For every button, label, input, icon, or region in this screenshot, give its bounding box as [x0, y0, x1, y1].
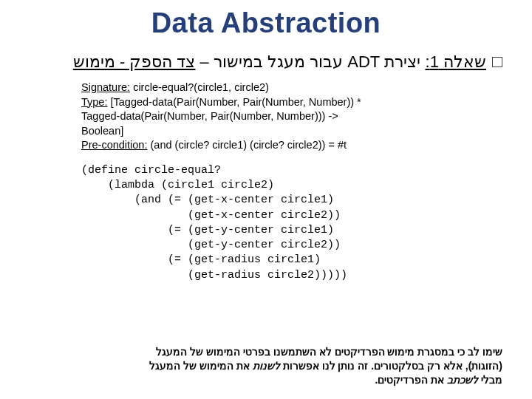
question-suffix: צד הספק - מימוש: [73, 52, 196, 71]
question-mid1: יצירת: [380, 52, 425, 71]
pre-line: Pre-condition: (and (circle? circle1) (c…: [81, 138, 502, 153]
type-line1: Type: [Tagged-data(Pair(Number, Pair(Num…: [81, 95, 502, 110]
pre-label: Pre-condition:: [81, 139, 147, 151]
type-line3: Boolean]: [81, 124, 502, 139]
question-text: שאלה 1: יצירת ADT עבור מעגל במישור – צד …: [73, 52, 486, 72]
signature-line: Signature: circle-equal?(circle1, circle…: [81, 81, 502, 95]
type-label: Type:: [81, 96, 107, 108]
question-adt: ADT: [347, 52, 380, 71]
footnote-line2: (הזוגות), אלא רק בסלקטורים. זה נותן לנו …: [30, 359, 502, 373]
type-text: [Tagged-data(Pair(Number, Pair(Number, N…: [107, 96, 361, 108]
sig-text: circle-equal?(circle1, circle2): [130, 81, 269, 93]
page-title: Data Abstraction: [30, 7, 502, 39]
footnote: שימו לב כי במסגרת מימוש הפרדיקטים לא השת…: [30, 345, 502, 387]
footnote-line1: שימו לב כי במסגרת מימוש הפרדיקטים לא השת…: [30, 345, 502, 359]
pre-text: (and (circle? circle1) (circle? circle2)…: [147, 139, 347, 151]
signature-block: Signature: circle-equal?(circle1, circle…: [81, 81, 502, 153]
sig-label: Signature:: [81, 81, 130, 93]
bullet-icon: [492, 57, 502, 67]
question-row: שאלה 1: יצירת ADT עבור מעגל במישור – צד …: [30, 52, 502, 72]
type-line2: Tagged-data(Pair(Number, Pair(Number, Nu…: [81, 109, 502, 124]
question-mid2: עבור מעגל במישור –: [195, 52, 347, 71]
footnote-line3: מבלי לשכתב את הפרדיקטים.: [30, 373, 502, 387]
slide-container: Data Abstraction שאלה 1: יצירת ADT עבור …: [0, 0, 532, 399]
question-prefix: שאלה 1:: [426, 52, 487, 71]
code-block: (define circle-equal? (lambda (circle1 c…: [81, 163, 502, 283]
